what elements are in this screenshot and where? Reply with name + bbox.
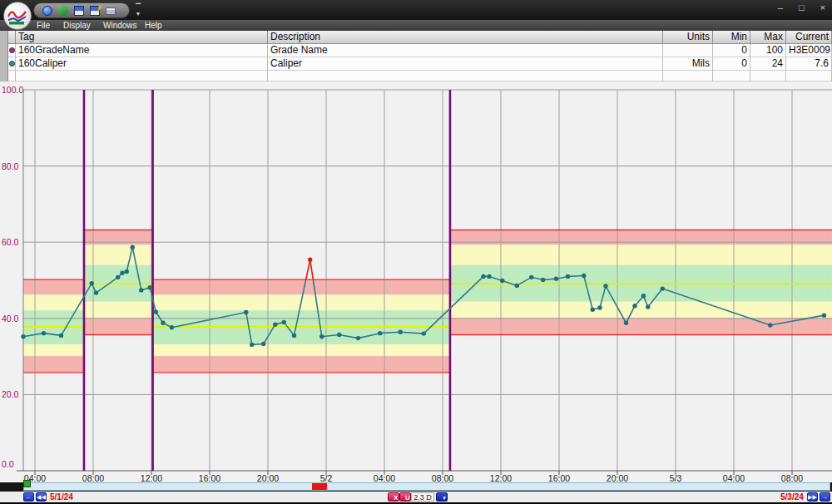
- cell-current: 7.6: [786, 57, 832, 71]
- toolbar-overflow-icon[interactable]: ▔▾: [136, 4, 141, 17]
- cell-current: H3E0009: [786, 44, 832, 57]
- bottom-bar: ← ◀◀ 5/1/24 X U 2.3 D ▼ 5/3/24 ▶▶ →: [0, 492, 832, 502]
- row-marker[interactable]: [8, 57, 16, 71]
- pan-icon[interactable]: [57, 4, 70, 17]
- cell-min: 0: [713, 44, 750, 57]
- minimize-button[interactable]: –: [778, 2, 783, 12]
- menu-windows[interactable]: Windows: [103, 20, 137, 31]
- menu-bar: File Display Windows Help: [0, 20, 832, 31]
- tag-table: Tag Description Units Min Max Current 16…: [8, 31, 832, 82]
- cell-tag[interactable]: [16, 71, 268, 82]
- col-header-tag[interactable]: Tag: [16, 31, 268, 44]
- timeline-event-marker[interactable]: [312, 483, 327, 490]
- timeline-scrollbar[interactable]: [23, 482, 830, 491]
- row-marker[interactable]: [8, 44, 16, 57]
- time-span-label: 2.3 D: [411, 492, 434, 502]
- cell-description: [268, 71, 663, 82]
- cell-description: Grade Name: [268, 44, 663, 57]
- col-header-max[interactable]: Max: [750, 31, 786, 44]
- exclude-button[interactable]: X: [388, 492, 399, 502]
- trend-chart-svg: 04:0008:0012:0016:0020:005/204:0008:0012…: [0, 82, 832, 482]
- svg-text:16:00: 16:00: [548, 473, 570, 482]
- end-date-label: 5/3/24: [780, 492, 804, 502]
- save-as-icon[interactable]: [90, 6, 100, 16]
- step-forward-button[interactable]: →: [820, 492, 830, 502]
- cell-tag[interactable]: 160GradeName: [16, 44, 268, 57]
- cell-max: 100: [750, 44, 786, 57]
- svg-text:0.0: 0.0: [2, 459, 14, 469]
- menu-help[interactable]: Help: [145, 20, 162, 31]
- svg-text:08:00: 08:00: [781, 473, 803, 482]
- svg-text:08:00: 08:00: [82, 473, 104, 482]
- title-bar: ▔▾ – □ ×: [0, 0, 832, 20]
- start-date-label: 5/1/24: [50, 492, 73, 502]
- col-header-units[interactable]: Units: [663, 31, 713, 44]
- cell-units: [663, 71, 713, 82]
- col-header-description[interactable]: Description: [268, 31, 663, 44]
- svg-text:5/3: 5/3: [670, 473, 682, 482]
- window-controls: – □ ×: [778, 2, 825, 12]
- svg-text:40.0: 40.0: [2, 314, 19, 324]
- svg-text:12:00: 12:00: [490, 473, 512, 482]
- menu-file[interactable]: File: [37, 20, 50, 31]
- cell-tag[interactable]: 160Caliper: [16, 57, 268, 71]
- row-marker[interactable]: [8, 71, 16, 82]
- series-color-dot: [9, 61, 15, 67]
- save-icon[interactable]: [74, 6, 84, 16]
- app-window: ▔▾ – □ × File Display Windows Help Tag D…: [0, 0, 832, 504]
- close-button[interactable]: ×: [820, 2, 825, 12]
- svg-text:04:00: 04:00: [723, 473, 745, 482]
- trend-chart[interactable]: 04:0008:0012:0016:0020:005/204:0008:0012…: [0, 82, 832, 482]
- time-span-dropdown[interactable]: ▼: [436, 492, 448, 502]
- cell-units: Mils: [663, 57, 713, 71]
- quick-access-toolbar: [33, 2, 130, 18]
- series-color-dot: [9, 47, 15, 53]
- cell-current: [786, 71, 832, 82]
- col-header-current[interactable]: Current: [786, 31, 832, 44]
- svg-text:12:00: 12:00: [141, 473, 162, 482]
- svg-text:100.0: 100.0: [2, 85, 23, 95]
- maximize-button[interactable]: □: [799, 2, 805, 12]
- svg-text:08:00: 08:00: [432, 473, 453, 482]
- svg-text:20:00: 20:00: [257, 473, 279, 482]
- print-icon[interactable]: [106, 7, 116, 15]
- grid-left-gutter: [0, 31, 8, 82]
- col-header-marker[interactable]: [8, 31, 16, 44]
- cell-min: [713, 71, 750, 82]
- svg-text:04:00: 04:00: [374, 473, 395, 482]
- page-back-button[interactable]: ◀◀: [36, 492, 47, 502]
- menu-display[interactable]: Display: [63, 20, 91, 31]
- cell-min: 0: [713, 57, 750, 71]
- timeline-start-marker: [23, 480, 31, 487]
- cell-max: [750, 71, 786, 82]
- svg-text:20:00: 20:00: [607, 473, 628, 482]
- cell-units: [663, 44, 713, 57]
- svg-text:60.0: 60.0: [2, 237, 19, 247]
- cell-description: Caliper: [268, 57, 663, 71]
- cell-max: 24: [750, 57, 786, 71]
- navigate-icon[interactable]: [42, 6, 52, 16]
- svg-text:80.0: 80.0: [2, 161, 19, 171]
- svg-text:16:00: 16:00: [199, 473, 220, 482]
- svg-text:20.0: 20.0: [2, 389, 19, 399]
- app-logo-icon: [3, 2, 32, 30]
- page-forward-button[interactable]: ▶▶: [807, 492, 818, 502]
- step-back-button[interactable]: ←: [23, 492, 34, 502]
- col-header-min[interactable]: Min: [713, 31, 750, 44]
- unexclude-button[interactable]: U: [399, 492, 411, 502]
- svg-text:5/2: 5/2: [320, 473, 333, 482]
